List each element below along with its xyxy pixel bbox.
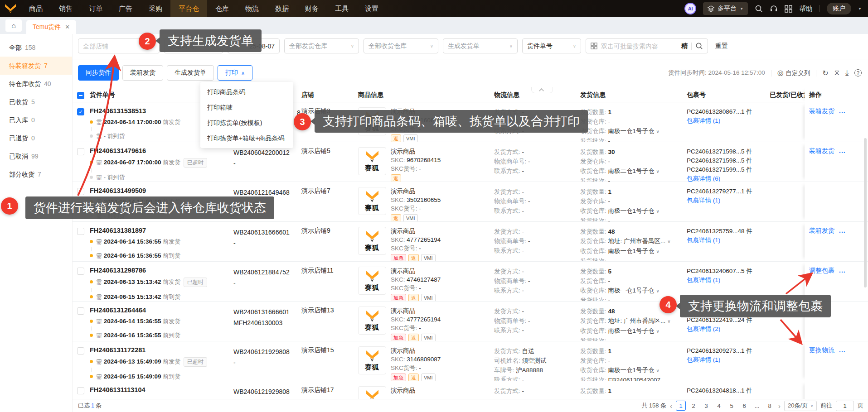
gen-invoice-select[interactable]: 生成发货单∨ bbox=[443, 38, 518, 53]
nav-item-工具[interactable]: 工具 bbox=[327, 0, 357, 17]
generate-invoice-button[interactable]: 生成发货单 bbox=[167, 65, 214, 81]
batch-grid-icon[interactable] bbox=[591, 43, 597, 49]
row-checkbox[interactable]: ✓ bbox=[77, 108, 84, 115]
action-link-装箱发货[interactable]: 装箱发货 bbox=[809, 147, 834, 155]
sidebar-item-部分收货[interactable]: 部分收货7 bbox=[0, 165, 72, 183]
package-detail-link[interactable]: 包裹详情 (6) bbox=[687, 174, 761, 182]
sidebar-item-已入库[interactable]: 已入库0 bbox=[0, 111, 72, 129]
nav-item-平台仓[interactable]: 平台仓 bbox=[170, 0, 207, 17]
nav-item-数据[interactable]: 数据 bbox=[267, 0, 297, 17]
account-button[interactable]: 账户 bbox=[827, 3, 851, 14]
help-link[interactable]: 帮助 bbox=[799, 5, 813, 13]
more-actions-button[interactable]: ... bbox=[839, 346, 846, 354]
support-headset-icon[interactable] bbox=[770, 5, 778, 13]
search-submit-icon[interactable] bbox=[695, 42, 703, 50]
pack-ship-button[interactable]: 装箱发货 bbox=[122, 65, 163, 81]
prev-page-button[interactable]: ‹ bbox=[670, 402, 672, 410]
refresh-icon[interactable]: ↻ bbox=[822, 69, 828, 77]
home-tab-button[interactable]: ⌂ bbox=[5, 19, 22, 32]
page-button-5[interactable]: 5 bbox=[727, 401, 737, 411]
brand-logo-icon[interactable] bbox=[0, 4, 21, 14]
custom-columns-button[interactable]: ◎ 自定义列 bbox=[777, 68, 810, 77]
print-menu-item[interactable]: 打印拣货单(按模板) bbox=[200, 115, 293, 130]
nav-item-订单[interactable]: 订单 bbox=[81, 0, 111, 17]
download-icon[interactable]: ⤓ bbox=[845, 69, 849, 77]
package-detail-link[interactable]: 包裹详情 (1) bbox=[687, 276, 761, 285]
nav-item-物流[interactable]: 物流 bbox=[237, 0, 267, 17]
goto-page-input[interactable] bbox=[836, 401, 854, 411]
tab-temu-shipments[interactable]: Temu货件 ✕ bbox=[26, 20, 76, 34]
chevron-down-icon[interactable]: ∨ bbox=[656, 209, 659, 214]
page-button-2[interactable]: 2 bbox=[689, 401, 698, 411]
chevron-down-icon[interactable]: ∨ bbox=[656, 169, 659, 174]
print-menu-item[interactable]: 打印箱唛 bbox=[200, 100, 293, 115]
more-actions-button[interactable]: ... bbox=[839, 147, 846, 154]
sidebar-item-全部[interactable]: 全部158 bbox=[0, 38, 72, 57]
chevron-down-icon[interactable]: ∨ bbox=[667, 239, 670, 244]
action-link-更换物流[interactable]: 更换物流 bbox=[809, 346, 834, 355]
row-checkbox[interactable] bbox=[77, 268, 84, 275]
sidebar-item-已取消[interactable]: 已取消99 bbox=[0, 147, 72, 165]
nav-item-仓库[interactable]: 仓库 bbox=[207, 0, 237, 17]
chevron-down-icon[interactable]: ∨ bbox=[656, 288, 659, 293]
ai-assistant-button[interactable]: AI bbox=[684, 3, 696, 14]
page-size-select[interactable]: 20条/页∨ bbox=[784, 401, 817, 411]
more-actions-button[interactable]: ... bbox=[839, 267, 846, 274]
reset-button[interactable]: 重置 bbox=[715, 42, 728, 50]
chevron-down-icon[interactable]: ▼ bbox=[858, 7, 862, 11]
row-checkbox[interactable] bbox=[77, 148, 84, 155]
nav-item-采购[interactable]: 采购 bbox=[141, 0, 170, 17]
package-detail-link[interactable]: 包裹详情 (1) bbox=[687, 116, 761, 125]
page-button-1[interactable]: 1 bbox=[676, 401, 686, 411]
row-checkbox[interactable] bbox=[77, 387, 84, 394]
nav-item-广告[interactable]: 广告 bbox=[111, 0, 141, 17]
search-input[interactable] bbox=[601, 43, 664, 50]
chevron-down-icon[interactable]: ∨ bbox=[656, 249, 659, 254]
row-checkbox[interactable] bbox=[77, 228, 84, 235]
nav-item-销售[interactable]: 销售 bbox=[51, 0, 81, 17]
package-detail-link[interactable]: 包裹详情 (2) bbox=[687, 325, 761, 334]
nav-item-商品[interactable]: 商品 bbox=[21, 0, 51, 17]
package-detail-link[interactable]: 包裹详情 (1) bbox=[687, 196, 761, 205]
page-button-6[interactable]: 6 bbox=[739, 401, 749, 411]
chevron-down-icon[interactable]: ∨ bbox=[656, 129, 659, 134]
send-warehouse-select[interactable]: 全部发货仓库∨ bbox=[284, 38, 359, 53]
page-button-8[interactable]: 8 bbox=[765, 401, 775, 411]
chevron-down-icon[interactable]: ∨ bbox=[656, 329, 659, 334]
sidebar-item-已退货[interactable]: 已退货0 bbox=[0, 129, 72, 147]
help-circle-icon[interactable]: ? bbox=[854, 69, 862, 77]
nav-item-设置[interactable]: 设置 bbox=[357, 0, 387, 17]
select-all-checkbox[interactable] bbox=[77, 92, 84, 99]
apps-grid-icon[interactable] bbox=[785, 5, 792, 13]
action-link-调整包裹[interactable]: 调整包裹 bbox=[809, 267, 834, 275]
next-page-button[interactable]: › bbox=[778, 402, 781, 410]
search-icon[interactable] bbox=[755, 5, 763, 13]
more-actions-button[interactable]: ... bbox=[839, 227, 846, 234]
search-box[interactable]: 精 bbox=[586, 38, 708, 53]
close-icon[interactable]: ✕ bbox=[65, 24, 70, 30]
print-dropdown-button[interactable]: 打印∧ bbox=[218, 65, 252, 81]
package-detail-link[interactable]: 包裹详情 (1) bbox=[687, 355, 761, 364]
row-checkbox[interactable] bbox=[77, 188, 84, 195]
nav-item-财务[interactable]: 财务 bbox=[297, 0, 327, 17]
page-button-...[interactable]: ... bbox=[752, 401, 762, 411]
platform-switcher[interactable]: 多平台 ▼ bbox=[703, 2, 748, 15]
sidebar-item-待仓库收货[interactable]: 待仓库收货40 bbox=[0, 75, 72, 93]
package-detail-link[interactable]: 包裹详情 (1) bbox=[687, 236, 761, 245]
row-checkbox[interactable] bbox=[77, 307, 84, 315]
action-link-装箱发货[interactable]: 装箱发货 bbox=[809, 107, 834, 115]
sidebar-item-待装箱发货[interactable]: 待装箱发货7 bbox=[0, 57, 72, 75]
sidebar-item-已收货[interactable]: 已收货5 bbox=[0, 93, 72, 111]
hourglass-icon[interactable]: ⧖ bbox=[834, 69, 839, 77]
chevron-down-icon[interactable]: ∨ bbox=[656, 368, 659, 373]
action-link-装箱发货[interactable]: 装箱发货 bbox=[809, 227, 834, 235]
row-checkbox[interactable] bbox=[77, 347, 84, 355]
print-menu-item[interactable]: 打印拣货单+箱唛+商品条码 bbox=[200, 130, 293, 146]
sync-shipments-button[interactable]: 同步货件 bbox=[78, 65, 119, 81]
recv-warehouse-select[interactable]: 全部收货仓库∨ bbox=[364, 38, 438, 53]
more-actions-button[interactable]: ... bbox=[839, 107, 846, 115]
search-field-select[interactable]: 货件单号∨ bbox=[522, 38, 581, 53]
chevron-down-icon[interactable]: ∨ bbox=[667, 319, 670, 324]
page-button-4[interactable]: 4 bbox=[714, 401, 724, 411]
vertical-scrollbar[interactable] bbox=[864, 138, 867, 287]
